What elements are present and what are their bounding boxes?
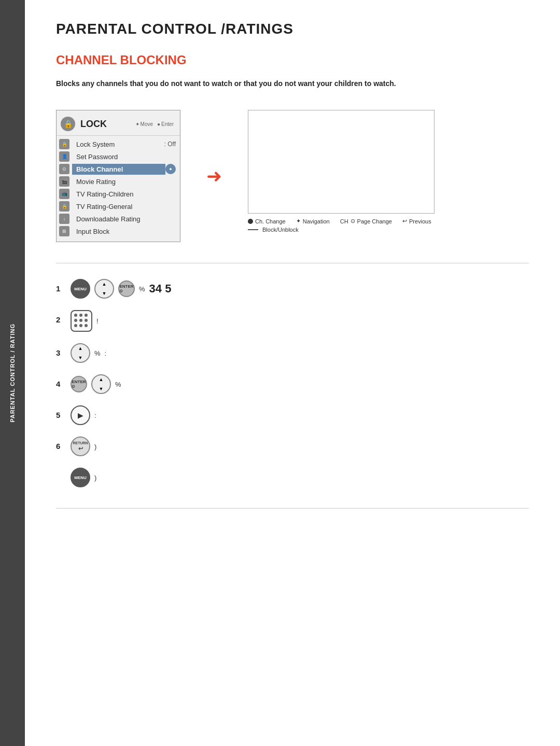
menu-item-movie-rating: 🎬 Movie Rating (57, 175, 180, 188)
step-menu-content: MENU ) (71, 468, 529, 487)
step-5-colon: : (94, 412, 96, 419)
tv-rating-general-icon: 🔒 (59, 201, 69, 212)
section-divider (56, 263, 529, 263)
menu-button-end[interactable]: MENU (71, 468, 90, 487)
step-menu-row: MENU ) (56, 468, 529, 487)
legend-bar: Ch. Change ✦ Navigation CH ⊙ Page Change… (248, 218, 435, 224)
menu-item-tv-rating-children: 📺 TV Rating-Children (57, 188, 180, 200)
legend-ch-change: Ch. Change (248, 218, 286, 224)
step-3-row: 3 ▲ ▼ % : (56, 343, 529, 363)
step-3-text: % (94, 349, 101, 357)
main-content: PARENTAL CONTROL /RATINGS CHANNEL BLOCKI… (25, 0, 560, 545)
enter-indicator: ● (165, 164, 176, 174)
dpad-circle-1[interactable]: ▲ ▼ (94, 279, 114, 299)
legend-previous: ↩ Previous (402, 218, 431, 224)
step-4-text: % (115, 381, 121, 388)
menu-item-lock-system: 🔒 Lock System : Off (57, 138, 180, 150)
sidebar-label: PARENTAL CONTROL / RATING (9, 323, 16, 423)
step-5-content: ▶ : (71, 405, 529, 425)
step-6-row: 6 RETURN ↩ ) (56, 437, 529, 456)
tv-rating-children-icon: 📺 (59, 189, 69, 199)
legend-page-change: CH ⊙ Page Change (340, 218, 392, 224)
enter-button-4[interactable]: ENTER⊙ (71, 376, 87, 392)
tv-menu-panel: 🔒 LOCK ✦ Move ● Enter 🔒 Lock System (56, 110, 180, 242)
lock-system-icon: 🔒 (59, 139, 69, 149)
set-password-icon: 👤 (59, 151, 69, 162)
play-button[interactable]: ▶ (71, 405, 90, 425)
page-title: PARENTAL CONTROL /RATINGS (56, 21, 529, 37)
step-1-number: 1 (56, 284, 63, 293)
step-menu-paren: ) (94, 474, 96, 482)
enter-button-1[interactable]: ENTER⊙ (118, 280, 135, 297)
block-unblock-line (248, 229, 258, 230)
input-block-icon: ⊞ (59, 226, 69, 236)
step-3-colon: : (105, 349, 107, 357)
page-change-label: Page Change (357, 218, 392, 224)
step-2-content: ! (71, 310, 529, 332)
numpad-button[interactable] (71, 310, 92, 332)
ch-change-dot (248, 219, 253, 224)
nav-hint-enter: ● Enter (157, 121, 174, 127)
tv-screen (248, 110, 435, 214)
block-channel-icon: ⊙ (59, 164, 69, 174)
step-3-content: ▲ ▼ % : (71, 343, 529, 363)
nav-hint: ✦ Move ● Enter (135, 121, 174, 127)
step-1-content: MENU ▲ ▼ ENTER⊙ % 34 5 (71, 279, 529, 299)
arrow-right-icon: ➜ (206, 165, 222, 187)
step-2-number: 2 (56, 315, 63, 324)
downloadable-rating-icon: ↓ (59, 214, 69, 224)
illustration-area: 🔒 LOCK ✦ Move ● Enter 🔒 Lock System (56, 110, 529, 242)
menu-item-set-password: 👤 Set Password (57, 150, 180, 163)
updown-dpad-4[interactable]: ▲ ▼ (91, 374, 111, 394)
section-title: CHANNEL BLOCKING (56, 53, 529, 67)
step-6-paren: ) (94, 443, 96, 451)
step-4-row: 4 ENTER⊙ ▲ ▼ % (56, 374, 529, 394)
menu-item-input-block: ⊞ Input Block (57, 225, 180, 237)
bottom-line (56, 508, 529, 509)
menu-button-1[interactable]: MENU (71, 279, 90, 299)
step-1-row: 1 MENU ▲ ▼ ENTER⊙ % (56, 279, 529, 299)
menu-item-block-channel: ⊙ Block Channel ● (57, 163, 180, 175)
description-text: Blocks any channels that you do not want… (56, 78, 529, 89)
tv-screen-area: Ch. Change ✦ Navigation CH ⊙ Page Change… (248, 110, 435, 233)
step-6-number: 6 (56, 442, 63, 451)
step-5-row: 5 ▶ : (56, 405, 529, 425)
movie-rating-icon: 🎬 (59, 176, 69, 187)
navigation-label: Navigation (303, 218, 330, 224)
legend-block-unblock-row: Block/Unblock (248, 227, 435, 233)
menu-item-downloadable-rating: ↓ Downloadable Rating (57, 213, 180, 225)
step-4-number: 4 (56, 379, 63, 388)
lock-icon: 🔒 (61, 117, 75, 131)
sidebar: PARENTAL CONTROL / RATING (0, 0, 25, 746)
return-button[interactable]: RETURN ↩ (71, 437, 90, 456)
ch-change-label: Ch. Change (255, 218, 286, 224)
menu-item-tv-rating-general: 🔒 TV Rating-General (57, 200, 180, 213)
step-3-number: 3 (56, 348, 63, 357)
steps-section: 1 MENU ▲ ▼ ENTER⊙ % (56, 279, 529, 487)
block-unblock-label: Block/Unblock (262, 227, 299, 233)
nav-hint-move: ✦ Move (135, 121, 153, 127)
legend-navigation: ✦ Navigation (296, 218, 330, 224)
navigation-icon: ✦ (296, 218, 301, 224)
previous-label: Previous (409, 218, 431, 224)
step-1-numbers: 34 5 (149, 282, 172, 295)
step-4-content: ENTER⊙ ▲ ▼ % (71, 374, 529, 394)
step-2-text: ! (96, 317, 99, 325)
step-1-text: % (139, 285, 145, 293)
page-change-icon: ⊙ (351, 218, 355, 224)
updown-dpad-3[interactable]: ▲ ▼ (71, 343, 90, 363)
step-2-row: 2 ! (56, 310, 529, 332)
tv-menu-header: 🔒 LOCK ✦ Move ● Enter (57, 115, 180, 136)
step-6-content: RETURN ↩ ) (71, 437, 529, 456)
page-change-label-ch: CH (340, 218, 348, 224)
previous-icon: ↩ (402, 218, 407, 224)
tv-menu-title: LOCK (80, 119, 130, 130)
dpad-group-1: ▲ ▼ (94, 279, 114, 299)
step-5-number: 5 (56, 411, 63, 419)
